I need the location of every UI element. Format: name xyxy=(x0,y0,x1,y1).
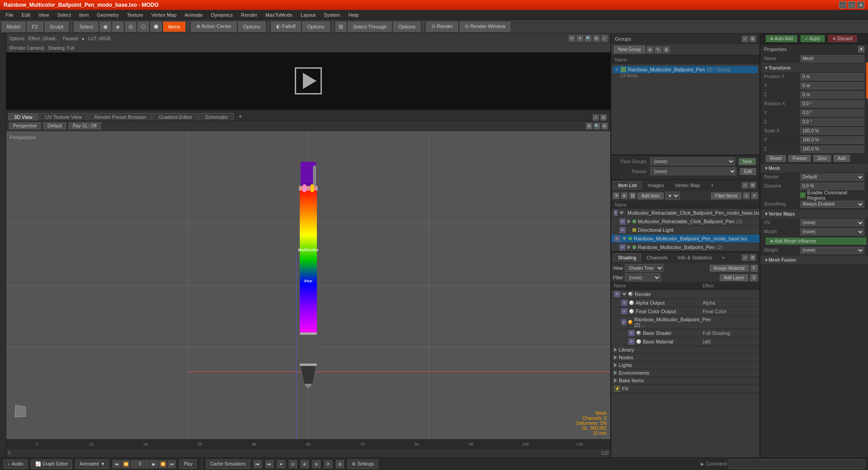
shader-row-render[interactable]: 👁 Render xyxy=(611,290,760,299)
group-icon-btn2[interactable]: ✎ xyxy=(655,47,661,53)
new-group-btn[interactable]: New Group xyxy=(614,46,645,53)
item-expand-0[interactable] xyxy=(619,212,624,215)
f2-btn[interactable]: F2 xyxy=(27,22,43,32)
tab-render-preset[interactable]: Render Preset Browser xyxy=(89,113,152,121)
item-eye-0[interactable]: 👁 xyxy=(614,210,618,216)
pass-groups-select[interactable]: (none) xyxy=(650,157,735,165)
zero-btn[interactable]: Zero xyxy=(813,155,831,162)
tool-icon-5[interactable]: ⬟ xyxy=(151,22,161,32)
settings-btn[interactable]: ⚙ Settings xyxy=(348,460,378,469)
status-icon-6[interactable]: ⊗ xyxy=(312,460,321,468)
shader-expand-library[interactable] xyxy=(614,348,617,352)
render-window-btn[interactable]: ⊙ Render Window xyxy=(460,22,510,32)
item-eye-4[interactable]: 👁 xyxy=(619,244,626,250)
assign-f-key[interactable]: F xyxy=(750,265,758,272)
shader-row-nodes[interactable]: Nodes xyxy=(611,354,760,362)
enable-cmd-checkbox-wrap[interactable]: ✓ Enable Command Regions xyxy=(800,190,864,201)
add-item-btn[interactable]: Add Item xyxy=(637,193,664,199)
status-icon-7[interactable]: ⟳ xyxy=(324,460,332,468)
apply-btn[interactable]: ✓ Apply xyxy=(801,35,825,42)
filter-s-icon[interactable]: S xyxy=(743,193,750,199)
tab-uv-texture[interactable]: UV Texture View xyxy=(39,113,88,121)
shader-row-lights[interactable]: Lights xyxy=(611,362,760,369)
assign-material-btn[interactable]: Assign Material xyxy=(710,265,749,272)
tab-3d-view[interactable]: 3D View xyxy=(8,113,38,121)
shader-row-environments[interactable]: Environments xyxy=(611,369,760,377)
pos-y-value[interactable]: 0 m xyxy=(800,82,864,89)
play-btn[interactable]: Play xyxy=(179,460,196,469)
il-icon-2[interactable]: ⚙ xyxy=(750,182,756,188)
menu-vertex-map[interactable]: Vertex Map xyxy=(148,11,180,19)
menu-animate[interactable]: Animate xyxy=(181,11,206,19)
shader-eye-rainbow[interactable]: 👁 xyxy=(621,319,627,325)
tab-item-list[interactable]: Item List xyxy=(613,181,642,189)
graph-editor-btn[interactable]: 📈 Graph Editor xyxy=(31,460,72,469)
prop-expand-icon[interactable]: ▼ xyxy=(858,46,864,52)
falloff-btn[interactable]: ◐ Falloff xyxy=(271,22,301,32)
animated-btn[interactable]: Animated ▼ xyxy=(75,460,109,469)
add-transform-btn[interactable]: Add xyxy=(834,155,850,162)
status-icon-8[interactable]: ⊞ xyxy=(336,460,344,468)
tab-schematic[interactable]: Schematic xyxy=(199,113,234,121)
menu-render[interactable]: Render xyxy=(237,11,261,19)
frame-input[interactable] xyxy=(131,460,149,468)
transport-to-start[interactable]: ⏮ xyxy=(113,460,121,468)
discard-btn[interactable]: ✕ Discard xyxy=(828,35,857,42)
groups-icon-1[interactable]: ⤢ xyxy=(742,36,748,42)
scale-z-value[interactable]: 100.0 % xyxy=(800,146,864,153)
tab-images[interactable]: Images xyxy=(643,181,669,189)
play-button[interactable] xyxy=(295,67,322,94)
il-plus-icon[interactable]: ⊕ xyxy=(621,193,627,199)
shader-filter-select[interactable]: (none) xyxy=(625,273,661,282)
add-morph-influence-btn[interactable]: ⊕ Add Morph Influence xyxy=(766,238,866,244)
pass-groups-new-btn[interactable]: New xyxy=(739,158,756,165)
reset-btn[interactable]: Reset xyxy=(766,155,786,162)
perspective-btn[interactable]: Perspective xyxy=(9,122,41,129)
shader-expand-envs[interactable] xyxy=(614,371,617,375)
tab-vertex-map[interactable]: Vertex Map xyxy=(670,181,705,189)
tab-shading[interactable]: Shading xyxy=(613,254,641,262)
il-icon-1[interactable]: ⤢ xyxy=(742,182,748,188)
action-center-btn[interactable]: ⊕ Action Center xyxy=(191,22,236,32)
group-icon-btn3[interactable]: ⊞ xyxy=(663,47,670,53)
select-through-btn[interactable]: Select Through xyxy=(348,22,392,32)
scale-x-value[interactable]: 100.0 % xyxy=(800,127,864,135)
tab-shading-add[interactable]: + xyxy=(717,254,729,261)
item-eye-1[interactable]: 👁 xyxy=(619,218,626,225)
filter-f-icon[interactable]: F xyxy=(751,193,758,199)
item-row-3[interactable]: 👁 Rainbow_Multicolor_Ballpoint_Pen_modo_… xyxy=(611,235,760,243)
menu-geometry[interactable]: Geometry xyxy=(93,11,122,19)
tool-icon-1[interactable]: ◉ xyxy=(100,22,111,32)
menu-select[interactable]: Select xyxy=(53,11,75,19)
menu-dynamics[interactable]: Dynamics xyxy=(208,11,236,19)
preview-icon-5[interactable]: ⤢ xyxy=(601,35,608,42)
shader-row-base-material[interactable]: 👁 Base Material (all) xyxy=(626,338,760,346)
preview-options-btn[interactable]: Options xyxy=(9,36,24,41)
scale-y-value[interactable]: 100.0 % xyxy=(800,136,864,144)
menu-help[interactable]: Help xyxy=(345,11,363,19)
smoothing-select[interactable]: Always Enabled xyxy=(800,201,864,208)
group-item-rainbow[interactable]: ▼ Rainbow_Multicolor_Ballpoint_Pen (3) :… xyxy=(613,66,758,73)
mesh-header[interactable]: ▼ Mesh xyxy=(760,164,868,173)
pos-z-value[interactable]: 0 m xyxy=(800,91,864,99)
shader-tree-content[interactable]: 👁 Render 👁 Alpha Output Alpha xyxy=(611,290,760,457)
groups-tree[interactable]: ▼ Rainbow_Multicolor_Ballpoint_Pen (3) :… xyxy=(611,64,760,155)
vertex-maps-header[interactable]: ▼ Vertex Maps xyxy=(760,209,868,218)
item-row-1[interactable]: 👁 Multicolor_Retractable_Click_Ballpoint… xyxy=(617,217,760,226)
close-button[interactable]: ✕ xyxy=(857,1,864,9)
item-list-content[interactable]: 👁 Multicolor_Retractable_Click_Ballpoint… xyxy=(611,209,760,251)
maximize-button[interactable]: □ xyxy=(848,1,855,9)
shader-row-base-shader[interactable]: 👁 Base Shader Full Shading xyxy=(626,329,760,338)
tab-channels[interactable]: Channels xyxy=(642,254,672,261)
tab-info-statistics[interactable]: Info & Statistics xyxy=(673,254,717,261)
item-expand-3[interactable] xyxy=(622,237,627,240)
morph-select[interactable]: (none) xyxy=(800,228,864,235)
shader-expand-lights[interactable] xyxy=(614,363,617,367)
preview-icon-3[interactable]: 🔍 xyxy=(585,35,591,42)
item-expand-1[interactable] xyxy=(627,219,631,224)
status-icon-1[interactable]: ⏮ xyxy=(254,460,262,468)
view-tab-icon-1[interactable]: ⤢ xyxy=(593,114,599,121)
tab-gradient-editor[interactable]: Gradient Editor xyxy=(153,113,198,121)
menu-texture[interactable]: Texture xyxy=(123,11,147,19)
menu-view[interactable]: View xyxy=(35,11,53,19)
